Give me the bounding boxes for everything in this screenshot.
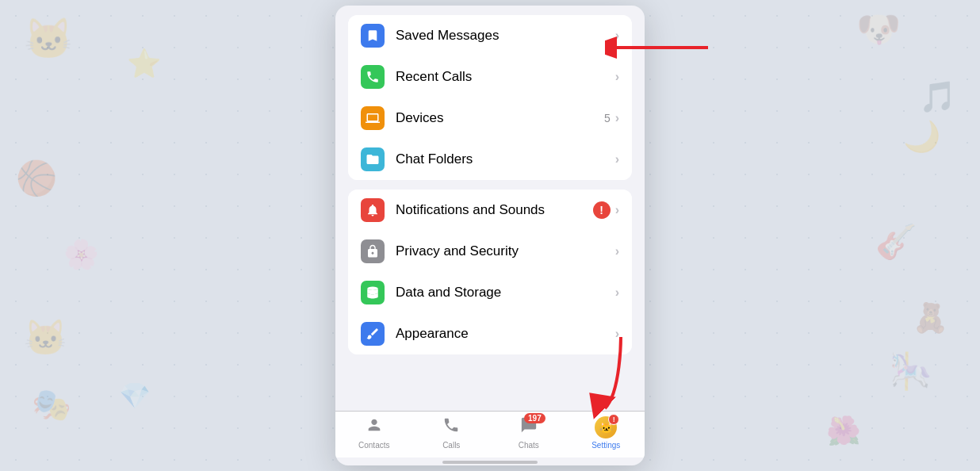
contacts-icon [366,416,383,438]
devices-chevron: › [615,111,619,125]
notifications-alert-badge: ! [593,201,611,219]
saved-messages-chevron: › [615,29,619,43]
recent-calls-item[interactable]: Recent Calls › [348,56,632,98]
data-storage-item[interactable]: Data and Storage › [348,272,632,313]
notifications-item[interactable]: Notifications and Sounds ! › [348,190,632,231]
data-storage-icon [361,281,385,304]
menu-group-1: Saved Messages › Recent Calls › Devices … [348,15,632,180]
notifications-chevron: › [615,203,619,217]
privacy-label: Privacy and Security [396,243,615,259]
privacy-icon [361,239,385,263]
settings-avatar: 🐱 ! [595,416,617,438]
home-indicator [442,461,538,464]
chat-folders-icon [361,147,385,171]
appearance-label: Appearance [396,326,615,342]
devices-icon [361,106,385,130]
svg-point-0 [367,287,378,291]
tab-bar: Contacts Calls 197 Chats 🐱 ! [335,411,645,458]
contacts-label: Contacts [358,441,389,450]
tab-contacts[interactable]: Contacts [350,416,398,450]
saved-messages-icon [361,24,385,48]
privacy-item[interactable]: Privacy and Security › [348,231,632,272]
devices-badge: 5 [604,112,611,124]
settings-scroll: Saved Messages › Recent Calls › Devices … [335,6,645,411]
phone-container: Saved Messages › Recent Calls › Devices … [335,6,645,465]
recent-calls-icon [361,65,385,89]
settings-label: Settings [591,441,620,450]
settings-badge: ! [608,414,619,425]
tab-settings[interactable]: 🐱 ! Settings [582,416,630,450]
recent-calls-chevron: › [615,70,619,84]
saved-messages-item[interactable]: Saved Messages › [348,15,632,56]
tab-chats[interactable]: 197 Chats [505,416,553,450]
notifications-label: Notifications and Sounds [396,202,593,218]
chats-label: Chats [519,441,539,450]
chats-badge: 197 [524,413,546,423]
saved-messages-label: Saved Messages [396,28,615,44]
chat-folders-item[interactable]: Chat Folders › [348,139,632,180]
chat-folders-chevron: › [615,152,619,167]
chats-icon: 197 [520,416,538,438]
devices-label: Devices [396,110,604,126]
privacy-chevron: › [615,244,619,258]
notifications-icon [361,198,385,222]
chat-folders-label: Chat Folders [396,151,615,167]
devices-item[interactable]: Devices 5 › [348,98,632,139]
appearance-chevron: › [615,327,619,341]
appearance-icon [361,322,385,346]
data-storage-chevron: › [615,285,619,300]
data-storage-label: Data and Storage [396,285,615,301]
tab-calls[interactable]: Calls [427,416,475,450]
menu-group-2: Notifications and Sounds ! › Privacy and… [348,190,632,354]
recent-calls-label: Recent Calls [396,69,615,85]
calls-label: Calls [442,441,460,450]
appearance-item[interactable]: Appearance › [348,313,632,354]
calls-icon [442,416,460,438]
